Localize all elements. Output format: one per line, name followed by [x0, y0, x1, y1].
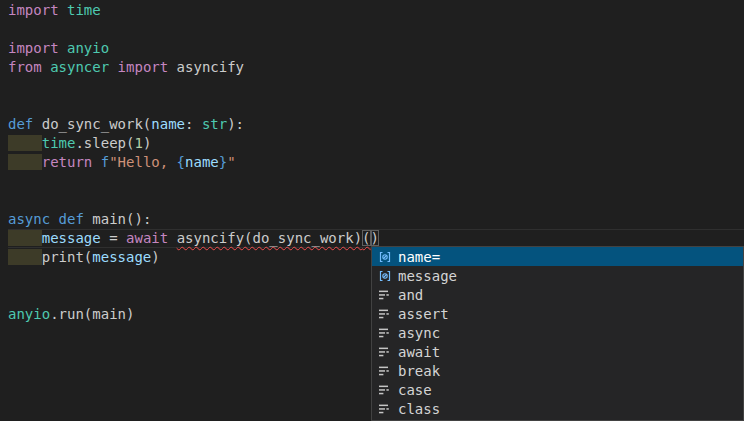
code-token: asyncer — [50, 59, 109, 75]
keyword-icon — [377, 306, 393, 322]
code-token: message — [42, 230, 101, 246]
code-line[interactable] — [8, 20, 744, 39]
code-line[interactable]: async def main(): — [8, 210, 744, 229]
code-token: do_sync_work( — [33, 116, 151, 132]
code-token: { — [177, 154, 185, 170]
code-token — [42, 59, 50, 75]
variable-icon — [377, 268, 393, 284]
code-token: time — [67, 2, 101, 18]
code-token: ) — [143, 135, 151, 151]
code-token: print( — [42, 249, 93, 265]
code-token: f — [101, 154, 109, 170]
suggest-item[interactable]: message — [372, 266, 743, 285]
code-token: 1 — [134, 135, 142, 151]
code-line[interactable] — [8, 172, 744, 191]
code-line[interactable]: return f"Hello, {name}" — [8, 153, 744, 172]
code-token: name — [151, 116, 185, 132]
suggest-item[interactable]: case — [372, 380, 743, 399]
indent-highlight — [8, 249, 42, 265]
code-token: = — [101, 230, 126, 246]
code-line[interactable] — [8, 96, 744, 115]
code-line[interactable]: import time — [8, 1, 744, 20]
code-token — [168, 230, 176, 246]
code-token: from — [8, 59, 42, 75]
code-token: } — [219, 154, 227, 170]
suggest-item-label: and — [398, 287, 423, 303]
code-line[interactable]: time.sleep(1) — [8, 134, 744, 153]
keyword-icon — [377, 344, 393, 360]
code-token: message — [92, 249, 151, 265]
suggest-item-label: assert — [398, 306, 449, 322]
suggest-item[interactable]: async — [372, 323, 743, 342]
keyword-icon — [377, 401, 393, 417]
indent-highlight — [8, 230, 42, 246]
code-token — [50, 211, 58, 227]
code-line[interactable] — [8, 77, 744, 96]
code-token — [59, 2, 67, 18]
code-token: name — [185, 154, 219, 170]
code-token: : — [185, 116, 202, 132]
code-token: ): — [227, 116, 244, 132]
suggest-item-label: async — [398, 325, 440, 341]
code-token: import — [118, 59, 169, 75]
code-token — [92, 154, 100, 170]
code-token: import — [8, 2, 59, 18]
code-line[interactable]: def do_sync_work(name: str): — [8, 115, 744, 134]
code-token: async — [8, 211, 50, 227]
matched-bracket: ) — [371, 230, 379, 246]
suggest-item-label: break — [398, 363, 440, 379]
code-token: .run(main) — [50, 306, 134, 322]
suggest-item[interactable]: and — [372, 285, 743, 304]
suggest-item-label: await — [398, 344, 440, 360]
code-token: ) — [151, 249, 159, 265]
suggest-item-selected[interactable]: name= — [372, 247, 743, 266]
code-token: str — [202, 116, 227, 132]
error-token: asyncify(do_sync_work) — [177, 230, 362, 246]
keyword-icon — [377, 363, 393, 379]
vscode-editor-window: import timeimport anyiofrom asyncer impo… — [0, 0, 744, 421]
code-token: anyio — [67, 40, 109, 56]
code-token: await — [126, 230, 168, 246]
suggest-item-label: message — [398, 268, 457, 284]
code-token: time — [42, 135, 76, 151]
code-line[interactable]: import anyio — [8, 39, 744, 58]
code-token: .sleep( — [75, 135, 134, 151]
code-line[interactable] — [8, 191, 744, 210]
code-line[interactable]: from asyncer import asyncify — [8, 58, 744, 77]
code-token: import — [8, 40, 59, 56]
variable-icon — [377, 249, 393, 265]
suggest-item[interactable]: class — [372, 399, 743, 418]
keyword-icon — [377, 325, 393, 341]
keyword-icon — [377, 287, 393, 303]
code-token: " — [227, 154, 235, 170]
code-token: def — [8, 116, 33, 132]
code-token: "Hello, — [109, 154, 176, 170]
indent-highlight — [8, 154, 42, 170]
suggest-item-label: class — [398, 401, 440, 417]
code-token: anyio — [8, 306, 50, 322]
suggest-item[interactable]: break — [372, 361, 743, 380]
indent-highlight — [8, 135, 42, 151]
code-token — [109, 59, 117, 75]
keyword-icon — [377, 382, 393, 398]
code-token: asyncify — [168, 59, 244, 75]
code-token: def — [59, 211, 84, 227]
suggest-item-label: name= — [398, 249, 440, 265]
suggest-widget: name=messageandassertasyncawaitbreakcase… — [371, 246, 744, 421]
code-token: return — [42, 154, 93, 170]
suggest-item[interactable]: assert — [372, 304, 743, 323]
code-token: main(): — [84, 211, 151, 227]
suggest-item-label: case — [398, 382, 432, 398]
suggest-item[interactable]: await — [372, 342, 743, 361]
code-token — [59, 40, 67, 56]
